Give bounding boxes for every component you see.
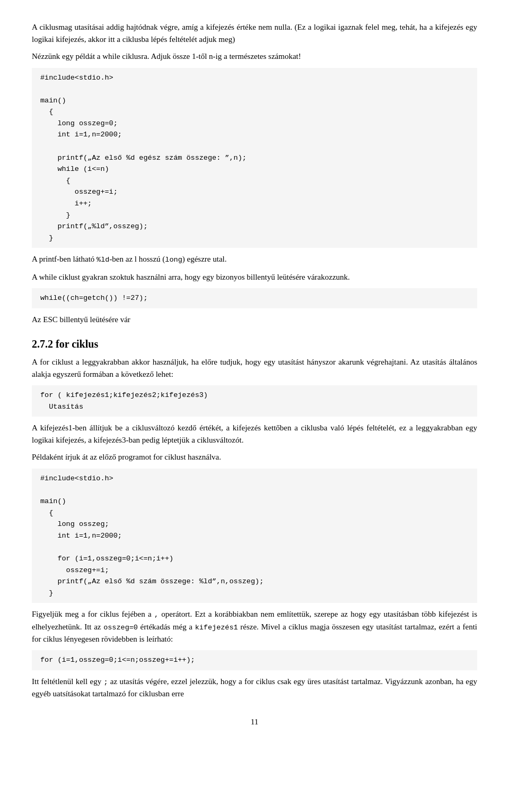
code-block-3: for ( kifejezés1;kifejezés2;kifejezés3) … — [32, 385, 477, 417]
paragraph-3: A printf-ben látható %ld-ben az l hosszú… — [32, 253, 477, 265]
paragraph-2: Nézzünk egy példát a while ciklusra. Adj… — [32, 50, 477, 63]
paragraph-1: A ciklusmag utasításai addig hajtódnak v… — [32, 21, 477, 45]
code-block-1: #include<stdio.h> main() { long osszeg=0… — [32, 68, 477, 248]
code-block-5: for (i=1,osszeg=0;i<=n;osszeg+=i++); — [32, 650, 477, 670]
page-content: A ciklusmag utasításai addig hajtódnak v… — [32, 21, 477, 728]
section-heading-272: 2.7.2 for ciklus — [32, 336, 477, 352]
inline-code-semicolon: ; — [103, 678, 108, 686]
inline-code-long: long — [165, 256, 182, 264]
paragraph-11: Itt feltétlenül kell egy ; az utasítás v… — [32, 676, 477, 700]
paragraph-10: Figyeljük meg a for ciklus fejében a , o… — [32, 608, 477, 645]
paragraph-8: A kifejezés1-ben állítjuk be a ciklusvál… — [32, 422, 477, 446]
code-block-4: #include<stdio.h> main() { long osszeg; … — [32, 469, 477, 603]
code-block-2: while((ch=getch()) !=27); — [32, 288, 477, 308]
paragraph-5: Az ESC billentyű leütésére vár — [32, 314, 477, 326]
inline-code-kifejezes1: kifejezés1 — [195, 624, 238, 632]
paragraph-9: Példaként írjuk át az előző programot fo… — [32, 451, 477, 463]
inline-code-osszeg0: osszeg=0 — [103, 624, 138, 632]
inline-code-ld: %ld — [96, 256, 109, 264]
inline-code-comma: , — [154, 611, 159, 619]
page-number: 11 — [32, 716, 477, 728]
paragraph-7: A for ciklust a leggyakrabban akkor hasz… — [32, 356, 477, 380]
paragraph-4: A while ciklust gyakran szoktuk használn… — [32, 271, 477, 283]
